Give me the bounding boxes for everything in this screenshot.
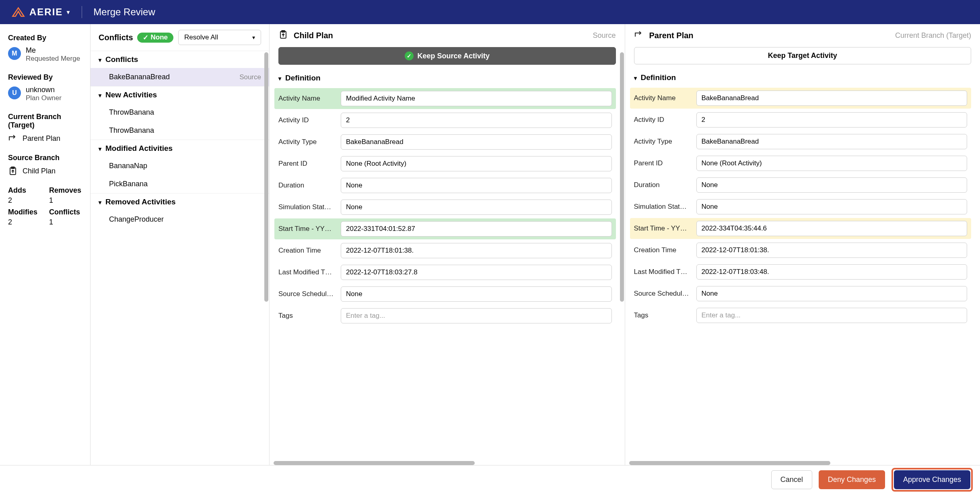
field-input[interactable]: 2022-12-07T18:03:48.: [696, 264, 968, 280]
none-text: None: [151, 33, 168, 41]
group-header[interactable]: Removed Activities: [91, 193, 269, 210]
field-input[interactable]: None: [341, 200, 612, 215]
activity-name: PickBanana: [109, 180, 148, 188]
field-input[interactable]: None (Root Activity): [696, 156, 968, 171]
field-input[interactable]: 2022-334T04:35:44.6: [696, 221, 968, 236]
definition-row: Activity ID2: [274, 110, 616, 131]
source-panel: Child Plan Source ✓ Keep Source Activity…: [270, 24, 625, 465]
scrollbar-horizontal[interactable]: [629, 461, 976, 465]
changes-panel: Conflicts ✓ None Resolve All ConflictsBa…: [91, 24, 270, 465]
conflicts-summary: Conflicts ✓ None: [99, 33, 173, 43]
activity-item[interactable]: ThrowBanana: [91, 103, 269, 121]
activity-name: ChangeProducer: [109, 215, 164, 224]
field-input[interactable]: None (Root Activity): [341, 156, 612, 171]
field-input[interactable]: Enter a tag...: [341, 308, 612, 323]
activity-item[interactable]: PickBanana: [91, 175, 269, 193]
field-input[interactable]: BakeBananaBread: [696, 134, 968, 149]
source-branch-row: Child Plan: [8, 166, 82, 176]
clipboard-up-icon: [8, 166, 18, 176]
field-input[interactable]: Enter a tag...: [696, 308, 968, 323]
field-input[interactable]: 2022-331T04:01:52.87: [341, 221, 612, 237]
group-header[interactable]: Conflicts: [91, 51, 269, 68]
field-input[interactable]: None: [696, 199, 968, 214]
source-branch-section: Source Branch Child Plan: [8, 154, 82, 176]
group-title: Conflicts: [105, 55, 138, 64]
field-label: Creation Time: [278, 247, 337, 255]
collapse-caret-icon[interactable]: [278, 74, 281, 82]
footer-bar: Cancel Deny Changes Approve Changes: [0, 465, 980, 494]
current-branch-row: Parent Plan: [8, 134, 82, 143]
field-label: Start Time - YY…: [278, 225, 337, 233]
field-label: Duration: [278, 181, 337, 189]
field-label: Source Schedul…: [634, 290, 692, 298]
created-by-user: M Me Requested Merge: [8, 46, 82, 63]
activity-name: BakeBananaBread: [109, 73, 170, 81]
cancel-button[interactable]: Cancel: [771, 470, 812, 489]
deny-changes-button[interactable]: Deny Changes: [819, 470, 885, 489]
field-label: Last Modified T…: [278, 268, 337, 276]
group-header[interactable]: New Activities: [91, 86, 269, 103]
field-input[interactable]: Modified Activity Name: [341, 91, 612, 106]
activity-item[interactable]: BananaNap: [91, 157, 269, 175]
field-input[interactable]: 2022-12-07T18:01:38.: [696, 243, 968, 258]
scrollbar-vertical[interactable]: [264, 52, 268, 302]
check-icon: ✓: [143, 33, 148, 42]
keep-target-label: Keep Target Activity: [768, 51, 837, 60]
group-title: Removed Activities: [105, 198, 176, 206]
field-label: Activity ID: [278, 116, 337, 124]
activity-name: ThrowBanana: [109, 108, 154, 117]
avatar: M: [8, 47, 21, 60]
target-panel: Parent Plan Current Branch (Target) Keep…: [625, 24, 980, 465]
reviewed-by-name: unknown: [26, 86, 62, 94]
definition-row: Activity ID2: [630, 109, 972, 130]
field-input[interactable]: None: [696, 177, 968, 193]
conflicts-none-badge: ✓ None: [137, 33, 174, 43]
app-logo[interactable]: AERIE: [11, 6, 70, 18]
definition-row: Activity NameBakeBananaBread: [630, 88, 972, 109]
field-label: Activity Type: [634, 138, 692, 146]
field-input[interactable]: 2: [341, 113, 612, 128]
activity-status: Source: [239, 73, 261, 81]
definition-row: Parent IDNone (Root Activity): [274, 153, 616, 174]
scrollbar-vertical[interactable]: [620, 52, 624, 302]
definition-label: Definition: [641, 73, 676, 82]
activity-item[interactable]: ThrowBanana: [91, 121, 269, 140]
source-definition: Definition Activity NameModified Activit…: [270, 68, 625, 465]
created-by-label: Created By: [8, 34, 82, 42]
keep-source-button[interactable]: ✓ Keep Source Activity: [278, 47, 616, 65]
field-input[interactable]: BakeBananaBread: [696, 91, 968, 106]
keep-target-button[interactable]: Keep Target Activity: [634, 47, 972, 64]
field-label: Parent ID: [634, 159, 692, 167]
field-input[interactable]: None: [341, 178, 612, 193]
field-input[interactable]: None: [696, 286, 968, 301]
reviewed-by-section: Reviewed By U unknown Plan Owner: [8, 73, 82, 102]
field-input[interactable]: 2022-12-07T18:01:38.: [341, 243, 612, 258]
activity-item[interactable]: ChangeProducer: [91, 210, 269, 228]
app-menu-caret-icon[interactable]: [67, 8, 70, 16]
current-branch-section: Current Branch (Target) Parent Plan: [8, 113, 82, 143]
check-circle-icon: ✓: [405, 51, 414, 60]
collapse-caret-icon[interactable]: [634, 73, 637, 82]
current-branch-name: Parent Plan: [23, 134, 60, 143]
scrollbar-horizontal[interactable]: [274, 461, 621, 465]
group-header[interactable]: Modified Activities: [91, 140, 269, 157]
definition-row: TagsEnter a tag...: [630, 305, 972, 326]
field-input[interactable]: 2: [696, 112, 968, 128]
definition-row: DurationNone: [630, 175, 972, 196]
field-label: Simulation Stat…: [278, 203, 337, 211]
main-content: Created By M Me Requested Merge Reviewed…: [0, 24, 980, 465]
logo-icon: [11, 6, 25, 18]
activity-item[interactable]: BakeBananaBreadSource: [91, 68, 269, 86]
definition-row: TagsEnter a tag...: [274, 305, 616, 326]
approve-changes-button[interactable]: Approve Changes: [894, 470, 970, 489]
source-panel-title: Child Plan: [294, 31, 333, 40]
field-label: Activity Name: [278, 95, 337, 103]
field-input[interactable]: 2022-12-07T18:03:27.8: [341, 265, 612, 280]
field-input[interactable]: BakeBananaBread: [341, 134, 612, 150]
field-input[interactable]: None: [341, 286, 612, 302]
definition-row: DurationNone: [274, 175, 616, 196]
modifies-label: Modifies: [8, 208, 41, 216]
resolve-all-select[interactable]: Resolve All: [178, 30, 261, 45]
definition-row: Source Schedul…None: [630, 283, 972, 304]
field-label: Tags: [278, 312, 337, 320]
